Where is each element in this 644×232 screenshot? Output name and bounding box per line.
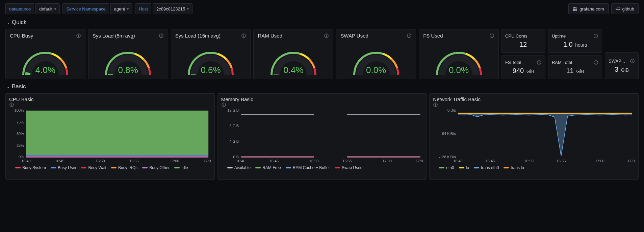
legend-item[interactable]: Busy IRQs [111,165,137,170]
legend-label: Busy Other [149,165,170,170]
apps-icon [573,6,577,11]
svg-text:17:00: 17:00 [382,159,392,163]
panel-title: CPU Basic [9,96,211,102]
svg-text:17:05: 17:05 [204,159,211,163]
legend-item[interactable]: trans lo [504,165,524,170]
info-icon: i [537,60,542,65]
info-icon: i [433,102,438,107]
svg-text:17:00: 17:00 [170,159,179,163]
svg-text:16:50: 16:50 [524,159,534,163]
gauge-value: 4.0% [35,65,55,75]
legend-label: trans lo [511,165,524,170]
svg-text:i: i [491,34,492,38]
svg-text:i: i [161,34,162,38]
var-host: Host 2c89c8123215▾ [135,3,192,14]
svg-text:17:05: 17:05 [416,159,423,163]
info-icon: i [324,33,329,38]
section-basic-toggle[interactable]: ⌄ Basic [7,83,639,90]
legend-label: Swap Used [342,165,362,170]
legend-item[interactable]: Busy User [51,165,76,170]
legend-label: Available [234,165,251,170]
svg-text:16:50: 16:50 [96,159,105,163]
legend-item[interactable]: Busy Other [142,165,170,170]
svg-text:i: i [595,34,596,38]
info-icon: i [630,59,635,64]
legend-item[interactable]: eth0 [439,165,454,170]
svg-text:i: i [435,103,436,107]
legend-swatch [142,167,148,168]
panel-title: Sys Load (15m avg) [175,33,239,39]
panel-title: FS Used [423,33,487,39]
svg-text:i: i [243,34,244,38]
legend-label: RAM Free [262,165,281,170]
legend-swatch [255,167,261,168]
legend-item[interactable]: trans eth0 [474,165,499,170]
chevron-down-icon: ▾ [54,7,56,11]
legend-swatch [174,167,180,168]
svg-rect-1 [576,7,577,8]
stat-swap-total[interactable]: SWAP Totali 3 GiB [605,52,639,79]
svg-text:12 GiB: 12 GiB [227,108,239,112]
svg-text:16:40: 16:40 [236,159,246,163]
info-icon: i [9,102,14,107]
legend-label: lo [466,165,469,170]
chart-cpu-basic[interactable]: CPU Basic i 0%25%50%75%100%16:4016:4516:… [5,93,215,180]
gauge-swap-used[interactable]: SWAP Used i 0.0% [336,29,416,79]
legend-label: Idle [181,165,188,170]
svg-text:i: i [11,103,12,107]
legend-label: eth0 [446,165,454,170]
gauge-value: 0.8% [118,65,138,75]
gauge-fs-used[interactable]: FS Used i 0.0% [419,29,499,79]
info-icon: i [489,33,494,38]
info-icon: i [159,33,164,38]
svg-rect-3 [576,9,577,11]
legend-item[interactable]: Busy System [15,165,46,170]
stat-cpu-cores[interactable]: CPU Cores 12 [501,29,545,53]
panel-title: RAM Used [258,33,321,39]
legend-label: RAM Cache + Buffer [293,165,330,170]
legend-swatch [504,167,509,168]
var-host-label: Host [135,3,151,14]
var-datasource: datasource default▾ [5,3,60,14]
gauge-sysload-5m[interactable]: Sys Load (5m avg) i 0.8% [88,29,168,79]
svg-text:i: i [409,34,410,38]
gauge-value: 0.0% [366,65,386,75]
legend-swatch [111,167,117,168]
stat-uptime[interactable]: Uptimei 1.0 hours [548,29,602,53]
legend-item[interactable]: Available [227,165,251,170]
gauge-ram-used[interactable]: RAM Used i 0.4% [253,29,333,79]
stat-ram-total[interactable]: RAM Totali 11 GiB [548,55,602,79]
var-service-namespace-value[interactable]: agent▾ [110,3,133,14]
chart-memory-basic[interactable]: Memory Basic i 0 B4 GiB8 GiB12 GiB16:401… [217,93,427,180]
panel-title: Memory Basic [221,96,423,102]
panel-title: SWAP Used [340,33,404,39]
svg-text:i: i [78,34,79,38]
legend-item[interactable]: Swap Used [335,165,362,170]
stat-fs-total[interactable]: FS Totali 940 GiB [501,55,545,79]
svg-text:16:45: 16:45 [486,159,495,163]
svg-text:0 B/s: 0 B/s [447,108,456,112]
legend-item[interactable]: Busy Wait [81,165,106,170]
section-quick-toggle[interactable]: ⌄ Quick [7,19,639,26]
legend-item[interactable]: RAM Free [255,165,281,170]
legend-label: Busy Wait [88,165,106,170]
svg-text:-128 KiB/s: -128 KiB/s [439,155,456,159]
gauge-sysload-15m[interactable]: Sys Load (15m avg) i 0.6% [171,29,251,79]
cloud-icon [616,6,620,11]
info-icon: i [241,33,246,38]
chart-network-basic[interactable]: Network Traffic Basic i -128 KiB/s-64 Ki… [429,93,639,180]
basic-row: CPU Basic i 0%25%50%75%100%16:4016:4516:… [5,93,639,180]
svg-text:i: i [539,61,540,64]
link-grafana[interactable]: grafana.com [568,3,608,14]
var-host-value[interactable]: 2c89c8123215▾ [153,3,192,14]
legend-label: Busy User [58,165,76,170]
legend-item[interactable]: Idle [174,165,188,170]
var-datasource-value[interactable]: default▾ [35,3,60,14]
info-icon: i [593,33,598,39]
legend-swatch [81,167,86,168]
link-github[interactable]: github [611,3,639,14]
gauge-cpu-busy[interactable]: CPU Busy i 4.0% [5,29,85,79]
legend-item[interactable]: RAM Cache + Buffer [286,165,330,170]
svg-text:17:00: 17:00 [595,159,605,163]
legend-item[interactable]: lo [459,165,469,170]
